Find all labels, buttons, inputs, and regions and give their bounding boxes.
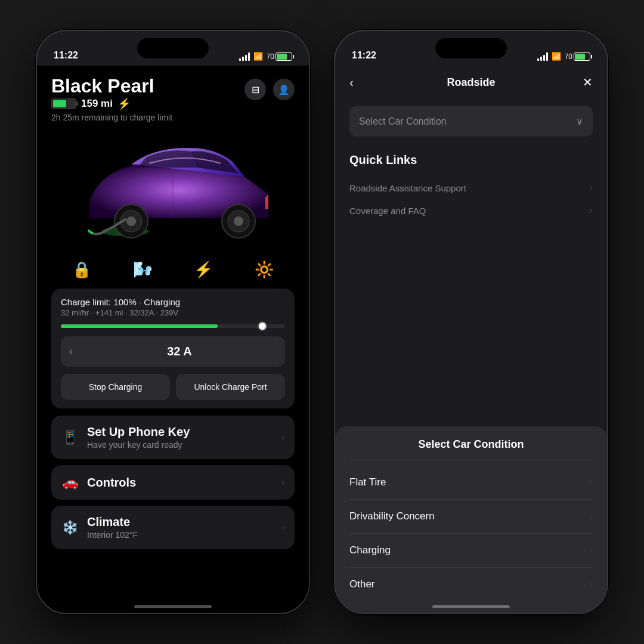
car-image (54, 135, 292, 248)
roadside-title: Roadside (447, 76, 495, 89)
bottom-sheet-title: Select Car Condition (349, 426, 593, 461)
phone-key-item[interactable]: 📱 Set Up Phone Key Have your key card re… (51, 416, 295, 459)
other-label: Other (349, 578, 375, 590)
flat-tire-arrow: › (590, 477, 593, 488)
charge-progress-bar (61, 324, 285, 328)
car-battery-fill (53, 100, 66, 107)
select-placeholder: Select Car Condition (359, 116, 447, 127)
battery-miles: 159 mi (81, 98, 113, 110)
roadside-content: Select Car Condition ∨ Quick Links Roads… (335, 97, 607, 426)
car-battery-bar (51, 98, 76, 109)
home-indicator-left (134, 605, 212, 608)
dynamic-island-left (137, 38, 209, 58)
other-arrow: › (590, 579, 593, 590)
assistance-link-text: Roadside Assistance Support (349, 183, 466, 193)
bottom-sheet: Select Car Condition Flat Tire › Drivabi… (335, 426, 607, 613)
svg-point-5 (126, 216, 136, 226)
battery-percent-right: 70 (565, 52, 572, 61)
charge-status: Charging (144, 297, 180, 307)
battery-percent-left: 70 (267, 52, 274, 61)
tesla-app: Black Pearl 159 mi ⚡ 2h 25m remaining to… (37, 66, 309, 613)
defrost-control[interactable]: 🔆 (255, 261, 274, 279)
profile-icon[interactable]: 👤 (273, 79, 295, 100)
charge-progress-fill (61, 324, 218, 328)
coverage-link-text: Coverage and FAQ (349, 206, 426, 216)
phone-key-title: Set Up Phone Key (87, 425, 273, 439)
charge-control[interactable]: ⚡ (194, 261, 213, 279)
charge-amperage-info: 32/32A (129, 308, 154, 317)
climate-control[interactable]: 🌬️ (133, 261, 152, 279)
climate-icon: ❄️ (61, 520, 79, 535)
fan-icon: 🌬️ (133, 261, 152, 279)
charge-voltage: 239V (160, 308, 178, 317)
controls-icon: 🚗 (61, 475, 79, 490)
dynamic-island-right (435, 38, 507, 58)
battery-icon-right: 70 (565, 52, 590, 61)
amp-value: 32 A (82, 345, 277, 358)
lock-icon: 🔒 (72, 261, 91, 279)
quick-links-title: Quick Links (349, 153, 593, 167)
drivability-label: Drivability Concern (349, 510, 435, 522)
bolt-icon: ⚡ (194, 261, 213, 279)
phone-key-arrow: › (281, 431, 285, 444)
drivability-arrow: › (590, 511, 593, 522)
amperage-control: ‹ 32 A (61, 336, 285, 367)
assistance-arrow: › (590, 182, 593, 193)
wifi-icon-right: 📶 (552, 52, 561, 61)
signal-icon-right (537, 52, 548, 61)
time-right: 11:22 (352, 50, 376, 61)
quick-link-coverage[interactable]: Coverage and FAQ › (349, 199, 593, 222)
climate-subtitle: Interior 102°F (87, 530, 273, 540)
unlock-charge-port-button[interactable]: Unlock Charge Port (176, 374, 285, 400)
charge-added: +141 mi (95, 308, 123, 317)
car-header: Black Pearl 159 mi ⚡ 2h 25m remaining to… (51, 75, 295, 127)
status-icons-left: 📶 70 (239, 52, 292, 61)
car-info: Black Pearl 159 mi ⚡ 2h 25m remaining to… (51, 75, 172, 127)
back-button[interactable]: ‹ (349, 76, 371, 89)
charge-time-remaining: 2h 25m remaining to charge limit (51, 113, 172, 122)
drivability-item[interactable]: Drivability Concern › (349, 500, 593, 534)
controls-item[interactable]: 🚗 Controls › (51, 465, 295, 500)
coverage-arrow: › (590, 205, 593, 216)
controls-row: 🔒 🌬️ ⚡ 🔆 (51, 251, 295, 289)
charge-rate: 32 mi/hr (61, 308, 89, 317)
left-phone: 11:22 📶 70 Black Pearl (36, 30, 310, 614)
charging-lightning-icon: ⚡ (117, 97, 131, 110)
phone-key-subtitle: Have your key card ready (87, 440, 273, 450)
roadside-app-content: ‹ Roadside ✕ Select Car Condition ∨ Quic… (335, 66, 607, 613)
chevron-down-icon: ∨ (576, 116, 583, 127)
phone-key-text: Set Up Phone Key Have your key card read… (87, 425, 273, 450)
home-indicator-right (432, 605, 510, 608)
phone-key-icon: 📱 (61, 430, 79, 445)
svg-point-8 (234, 216, 243, 226)
controls-text: Controls (87, 476, 273, 490)
tesla-app-content: Black Pearl 159 mi ⚡ 2h 25m remaining to… (37, 66, 309, 613)
charge-limit-info: Charge limit: 100% · Charging (61, 297, 285, 307)
select-condition-dropdown[interactable]: Select Car Condition ∨ (349, 106, 593, 137)
controls-arrow: › (281, 476, 285, 489)
time-left: 11:22 (54, 50, 78, 61)
defrost-icon: 🔆 (255, 261, 274, 279)
flat-tire-item[interactable]: Flat Tire › (349, 466, 593, 500)
charge-details: 32 mi/hr · +141 mi · 32/32A · 239V (61, 308, 285, 317)
charge-action-buttons: Stop Charging Unlock Charge Port (61, 374, 285, 400)
battery-icon-left: 70 (267, 52, 292, 61)
charge-limit-text: Charge limit: 100% (61, 297, 137, 307)
quick-link-assistance[interactable]: Roadside Assistance Support › (349, 177, 593, 199)
share-icon[interactable]: ⊟ (244, 79, 266, 100)
car-image-container (37, 132, 309, 251)
controls-title: Controls (87, 476, 273, 490)
lock-control[interactable]: 🔒 (72, 261, 91, 279)
other-item[interactable]: Other › (349, 568, 593, 601)
car-name: Black Pearl (51, 75, 172, 97)
stop-charging-button[interactable]: Stop Charging (61, 374, 170, 400)
close-button[interactable]: ✕ (571, 75, 593, 89)
battery-row: 159 mi ⚡ (51, 97, 172, 110)
flat-tire-label: Flat Tire (349, 476, 386, 488)
charging-item[interactable]: Charging › (349, 534, 593, 568)
climate-item[interactable]: ❄️ Climate Interior 102°F › (51, 506, 295, 549)
wifi-icon: 📶 (253, 52, 263, 61)
quick-links-section: Quick Links Roadside Assistance Support … (349, 153, 593, 222)
amp-decrease-arrow[interactable]: ‹ (69, 345, 73, 358)
climate-title: Climate (87, 515, 273, 529)
